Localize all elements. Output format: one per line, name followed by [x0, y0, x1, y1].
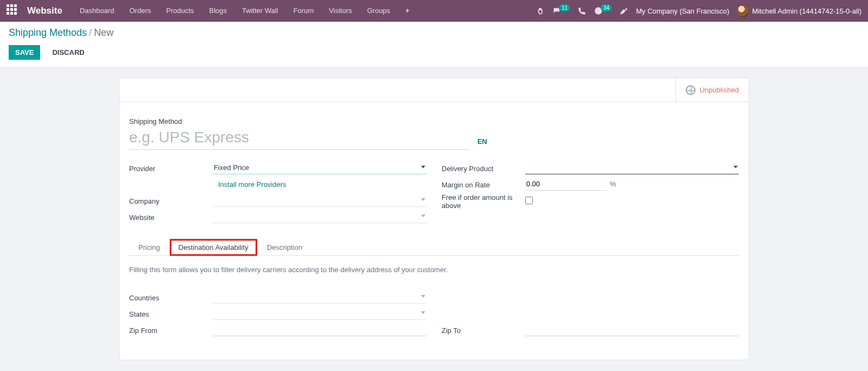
zip-to-input[interactable]: [525, 323, 739, 336]
company-label: Company: [129, 196, 213, 205]
nav-products[interactable]: Products: [158, 0, 201, 22]
delivery-product-label: Delivery Product: [442, 164, 525, 173]
debug-icon[interactable]: [536, 7, 545, 15]
margin-label: Margin on Rate: [442, 180, 525, 189]
breadcrumb-parent[interactable]: Shipping Methods: [9, 27, 87, 38]
zip-from-label: Zip From: [129, 325, 213, 335]
tab-pricing[interactable]: Pricing: [129, 238, 169, 256]
free-if-checkbox[interactable]: [525, 197, 533, 204]
dest-help-text: Filling this form allows you to filter d…: [129, 266, 739, 274]
company-select[interactable]: [213, 194, 426, 207]
user-menu[interactable]: Mitchell Admin (14414742-15-0-all): [737, 5, 861, 17]
nav-visitors[interactable]: Visitors: [321, 0, 359, 22]
status-bar: Unpublished: [119, 78, 749, 102]
avatar: [737, 5, 749, 17]
nav-forum[interactable]: Forum: [286, 0, 322, 22]
brand[interactable]: Website: [27, 5, 62, 16]
zip-to-label: Zip To: [442, 325, 525, 335]
install-providers-link[interactable]: Install more Providers: [213, 177, 286, 192]
breadcrumb-current: New: [94, 27, 113, 38]
delivery-product-select[interactable]: [525, 161, 739, 174]
phone-icon[interactable]: [578, 7, 586, 15]
breadcrumb: Shipping Methods/New: [9, 27, 859, 39]
nav-dashboard[interactable]: Dashboard: [72, 0, 122, 22]
free-if-label: Free if order amount is above: [442, 192, 525, 210]
website-select[interactable]: [213, 210, 426, 223]
save-button[interactable]: SAVE: [9, 45, 40, 60]
nav-groups[interactable]: Groups: [360, 0, 398, 22]
activities-icon[interactable]: 34: [594, 7, 612, 15]
form-sheet: Shipping Method EN Provider: [119, 102, 749, 360]
publish-toggle[interactable]: Unpublished: [675, 78, 749, 102]
messages-icon[interactable]: 11: [552, 7, 570, 15]
company-selector[interactable]: My Company (San Francisco): [636, 7, 729, 15]
main: Unpublished Shipping Method EN Provider: [0, 68, 868, 360]
tools-icon[interactable]: [620, 7, 628, 15]
provider-select[interactable]: [213, 161, 426, 174]
activities-badge: 34: [601, 4, 612, 11]
apps-icon[interactable]: [7, 4, 20, 17]
tab-description[interactable]: Description: [258, 238, 311, 256]
publish-state: Unpublished: [700, 86, 739, 94]
nav-twitter-wall[interactable]: Twitter Wall: [234, 0, 286, 22]
website-label: Website: [129, 212, 213, 222]
user-name: Mitchell Admin (14414742-15-0-all): [752, 7, 861, 15]
messages-badge: 11: [559, 4, 570, 11]
globe-icon: [686, 85, 695, 95]
countries-label: Countries: [129, 293, 213, 302]
zip-from-input[interactable]: [213, 323, 426, 336]
nav-blogs[interactable]: Blogs: [202, 0, 235, 22]
states-label: States: [129, 309, 213, 318]
discard-button[interactable]: DISCARD: [46, 45, 91, 60]
tab-destination-availability[interactable]: Destination Availability: [169, 238, 258, 256]
control-bar: Shipping Methods/New SAVE DISCARD: [0, 22, 868, 68]
top-navbar: Website Dashboard Orders Products Blogs …: [0, 0, 868, 22]
provider-label: Provider: [129, 164, 213, 173]
margin-input[interactable]: [525, 178, 607, 191]
margin-unit: %: [610, 180, 616, 188]
nav-add[interactable]: +: [398, 0, 417, 22]
states-select[interactable]: [213, 307, 426, 320]
nav-orders[interactable]: Orders: [122, 0, 158, 22]
tabs: Pricing Destination Availability Descrip…: [129, 238, 739, 256]
lang-badge[interactable]: EN: [477, 137, 487, 146]
countries-select[interactable]: [213, 291, 426, 304]
title-label: Shipping Method: [129, 117, 739, 125]
tab-body-destination: Filling this form allows you to filter d…: [129, 256, 739, 338]
shipping-method-name-input[interactable]: [129, 127, 470, 150]
